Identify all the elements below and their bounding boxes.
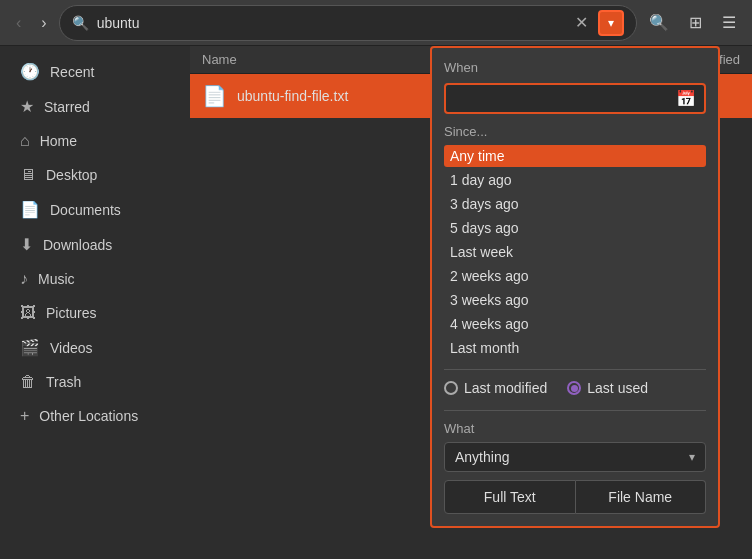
back-button[interactable]: ‹	[8, 10, 29, 36]
calendar-icon: 📅	[676, 89, 696, 108]
what-label: What	[444, 410, 706, 436]
what-select[interactable]: Anything ▾	[444, 442, 706, 472]
sidebar-item-downloads[interactable]: ⬇ Downloads	[4, 227, 186, 262]
radio-circle-last-used	[567, 381, 581, 395]
sidebar-item-label: Documents	[50, 202, 121, 218]
sidebar-item-label: Videos	[50, 340, 93, 356]
sidebar-item-label: Pictures	[46, 305, 97, 321]
trash-icon: 🗑	[20, 373, 36, 391]
file-type-buttons: Full Text File Name	[444, 480, 706, 514]
time-option-last-month[interactable]: Last month	[444, 337, 706, 359]
radio-last-used-label: Last used	[587, 380, 648, 396]
sidebar-item-other-locations[interactable]: + Other Locations	[4, 399, 186, 433]
time-option-last-week[interactable]: Last week	[444, 241, 706, 263]
time-option-4-weeks-ago[interactable]: 4 weeks ago	[444, 313, 706, 335]
what-select-value: Anything	[455, 449, 689, 465]
search-filter-panel: When 📅 Since... Any time 1 day ago 3 day…	[430, 46, 720, 528]
search-dropdown-button[interactable]: ▾	[598, 10, 624, 36]
file-name-button[interactable]: File Name	[576, 480, 707, 514]
other-locations-icon: +	[20, 407, 29, 425]
sidebar-item-home[interactable]: ⌂ Home	[4, 124, 186, 158]
home-icon: ⌂	[20, 132, 30, 150]
sidebar-item-label: Downloads	[43, 237, 112, 253]
main: 🕐 Recent ★ Starred ⌂ Home 🖥 Desktop 📄 Do…	[0, 46, 752, 559]
when-label: When	[444, 60, 706, 75]
sidebar-item-label: Music	[38, 271, 75, 287]
radio-last-used[interactable]: Last used	[567, 380, 648, 396]
menu-button[interactable]: ☰	[714, 9, 744, 36]
date-input-row: 📅	[444, 83, 706, 114]
sidebar-item-trash[interactable]: 🗑 Trash	[4, 365, 186, 399]
sidebar-item-documents[interactable]: 📄 Documents	[4, 192, 186, 227]
sidebar-item-label: Other Locations	[39, 408, 138, 424]
topbar-right: 🔍 ⊞ ☰	[641, 9, 744, 36]
sidebar-item-label: Starred	[44, 99, 90, 115]
time-option-2-weeks-ago[interactable]: 2 weeks ago	[444, 265, 706, 287]
col-name-header: Name	[202, 52, 432, 67]
videos-icon: 🎬	[20, 338, 40, 357]
sidebar: 🕐 Recent ★ Starred ⌂ Home 🖥 Desktop 📄 Do…	[0, 46, 190, 559]
starred-icon: ★	[20, 97, 34, 116]
music-icon: ♪	[20, 270, 28, 288]
sidebar-item-label: Home	[40, 133, 77, 149]
radio-last-modified[interactable]: Last modified	[444, 380, 547, 396]
radio-last-modified-label: Last modified	[464, 380, 547, 396]
grid-view-button[interactable]: ⊞	[681, 9, 710, 36]
time-option-any-time[interactable]: Any time	[444, 145, 706, 167]
time-option-3-days-ago[interactable]: 3 days ago	[444, 193, 706, 215]
sidebar-item-pictures[interactable]: 🖼 Pictures	[4, 296, 186, 330]
date-input[interactable]	[454, 91, 676, 107]
file-icon: 📄	[202, 84, 227, 108]
chevron-down-icon: ▾	[689, 450, 695, 464]
sidebar-item-label: Recent	[50, 64, 94, 80]
search-bar: 🔍 ✕ ▾	[59, 5, 637, 41]
sidebar-item-starred[interactable]: ★ Starred	[4, 89, 186, 124]
clear-search-button[interactable]: ✕	[573, 13, 590, 32]
since-label: Since...	[444, 124, 706, 139]
sidebar-item-videos[interactable]: 🎬 Videos	[4, 330, 186, 365]
time-option-3-weeks-ago[interactable]: 3 weeks ago	[444, 289, 706, 311]
sidebar-item-desktop[interactable]: 🖥 Desktop	[4, 158, 186, 192]
file-area: Name Size Last Modified 📄 ubuntu-find-fi…	[190, 46, 752, 559]
time-options: Any time 1 day ago 3 days ago 5 days ago…	[444, 145, 706, 359]
topbar: ‹ › 🔍 ✕ ▾ 🔍 ⊞ ☰	[0, 0, 752, 46]
desktop-icon: 🖥	[20, 166, 36, 184]
documents-icon: 📄	[20, 200, 40, 219]
radio-row: Last modified Last used	[444, 369, 706, 400]
full-text-button[interactable]: Full Text	[444, 480, 576, 514]
sidebar-item-music[interactable]: ♪ Music	[4, 262, 186, 296]
search-input[interactable]	[97, 15, 565, 31]
radio-circle-last-modified	[444, 381, 458, 395]
time-option-5-days-ago[interactable]: 5 days ago	[444, 217, 706, 239]
sidebar-item-label: Trash	[46, 374, 81, 390]
sidebar-item-recent[interactable]: 🕐 Recent	[4, 54, 186, 89]
sidebar-item-label: Desktop	[46, 167, 97, 183]
recent-icon: 🕐	[20, 62, 40, 81]
search-icon: 🔍	[72, 15, 89, 31]
time-option-1-day-ago[interactable]: 1 day ago	[444, 169, 706, 191]
pictures-icon: 🖼	[20, 304, 36, 322]
forward-button[interactable]: ›	[33, 10, 54, 36]
search-toggle-button[interactable]: 🔍	[641, 9, 677, 36]
downloads-icon: ⬇	[20, 235, 33, 254]
